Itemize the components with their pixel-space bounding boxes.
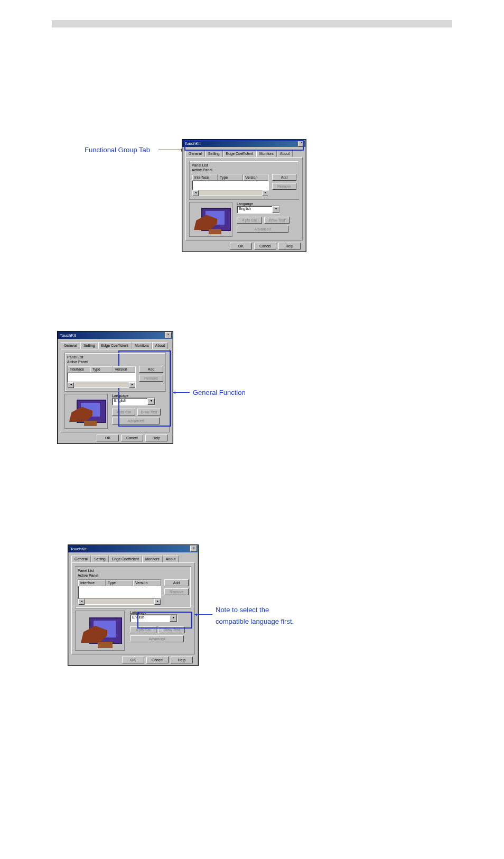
panel-list-label: Panel List [67, 355, 163, 359]
arrow-icon [194, 614, 212, 615]
language-dropdown[interactable]: English ▾ [112, 398, 155, 405]
language-value: English [130, 615, 170, 622]
scroll-right-icon[interactable]: ▸ [262, 190, 268, 196]
col-type[interactable]: Type [90, 366, 113, 373]
add-button[interactable]: Add [272, 174, 296, 181]
add-button[interactable]: Add [139, 366, 163, 373]
tab-about[interactable]: About [277, 150, 293, 157]
add-button[interactable]: Add [164, 579, 189, 586]
panel-list-label: Panel List [192, 163, 296, 167]
window-title: TouchKit [69, 547, 87, 551]
h-scrollbar[interactable]: ◂ ▸ [78, 598, 161, 604]
tab-edge[interactable]: Edge Coefficient [223, 150, 256, 157]
panel-illustration [75, 611, 125, 651]
arrow-icon [173, 392, 190, 393]
chevron-down-icon[interactable]: ▾ [170, 615, 177, 622]
callout-note-line1: Note to select the [216, 606, 269, 614]
remove-button[interactable]: Remove [139, 375, 163, 382]
panel-illustration [64, 394, 108, 429]
advanced-button[interactable]: Advanced [130, 635, 184, 642]
scroll-left-icon[interactable]: ◂ [192, 190, 199, 196]
cal-button[interactable]: 4 pts Cal [237, 217, 262, 224]
col-interface[interactable]: Interface [192, 174, 218, 181]
language-value: English [113, 398, 147, 405]
tab-about[interactable]: About [163, 556, 179, 562]
scroll-left-icon[interactable]: ◂ [68, 382, 74, 388]
tab-monitors[interactable]: Monitors [256, 150, 277, 157]
h-scrollbar[interactable]: ◂ ▸ [68, 382, 135, 387]
tab-bar: General Setting Edge Coefficient Monitor… [71, 556, 195, 562]
col-version[interactable]: Version [243, 174, 268, 181]
remove-button[interactable]: Remove [272, 183, 296, 190]
callout-functional-group-tab: Functional Group Tab [85, 146, 150, 154]
col-version[interactable]: Version [133, 580, 161, 586]
scroll-left-icon[interactable]: ◂ [78, 599, 85, 605]
cancel-button[interactable]: Cancel [121, 435, 143, 441]
tab-setting[interactable]: Setting [205, 150, 223, 157]
help-button[interactable]: Help [145, 435, 167, 441]
panel-list-label: Panel List [78, 569, 189, 572]
close-icon[interactable]: × [298, 140, 305, 146]
arrow-icon [158, 150, 184, 150]
remove-button[interactable]: Remove [164, 588, 189, 595]
tab-general[interactable]: General [71, 556, 91, 562]
advanced-button[interactable]: Advanced [237, 226, 288, 233]
h-scrollbar[interactable]: ◂ ▸ [192, 190, 268, 196]
page-header-bar [52, 20, 452, 27]
panel-illustration [189, 202, 232, 237]
window-title: TouchKit [183, 141, 201, 146]
tab-about[interactable]: About [152, 342, 168, 349]
touchkit-dialog-2: TouchKit × General Setting Edge Coeffici… [57, 331, 173, 444]
help-button[interactable]: Help [278, 243, 301, 250]
col-interface[interactable]: Interface [68, 366, 90, 373]
touchkit-dialog-1: TouchKit × General Setting Edge Coeffici… [182, 139, 306, 252]
close-icon[interactable]: × [165, 332, 172, 338]
tab-general[interactable]: General [185, 150, 205, 157]
language-label: Language [112, 394, 166, 398]
tab-monitors[interactable]: Monitors [132, 342, 152, 349]
cal-button[interactable]: 4 pts Cal [112, 409, 135, 415]
panel-listbox[interactable]: Interface Type Version ◂ ▸ [192, 174, 269, 196]
cal-button[interactable]: 4 pts Cal [130, 626, 156, 633]
language-label: Language [237, 202, 299, 206]
close-icon[interactable]: × [190, 546, 197, 552]
callout-general-function: General Function [193, 389, 246, 396]
cancel-button[interactable]: Cancel [146, 657, 169, 663]
col-type[interactable]: Type [106, 580, 133, 586]
language-dropdown[interactable]: English ▾ [130, 614, 178, 622]
chevron-down-icon[interactable]: ▾ [147, 398, 155, 405]
tab-general[interactable]: General [61, 342, 80, 349]
active-panel-label: Active Panel [67, 360, 163, 364]
tab-bar: General Setting Edge Coefficient Monitor… [185, 150, 303, 157]
scroll-right-icon[interactable]: ▸ [154, 599, 161, 605]
drawtest-button[interactable]: Draw Test [264, 217, 290, 224]
col-interface[interactable]: Interface [78, 580, 106, 586]
ok-button[interactable]: OK [97, 435, 119, 441]
language-dropdown[interactable]: English ▾ [237, 206, 280, 214]
help-button[interactable]: Help [171, 657, 193, 663]
advanced-button[interactable]: Advanced [112, 418, 160, 424]
tab-setting[interactable]: Setting [91, 556, 109, 562]
callout-note-line2: compatible language first. [216, 617, 294, 625]
col-version[interactable]: Version [113, 366, 135, 373]
tab-bar: General Setting Edge Coefficient Monitor… [61, 342, 170, 349]
col-type[interactable]: Type [218, 174, 243, 181]
tab-edge[interactable]: Edge Coefficient [98, 342, 132, 349]
drawtest-button[interactable]: Draw Test [158, 626, 185, 633]
panel-listbox[interactable]: Interface Type Version ◂ ▸ [78, 579, 161, 605]
ok-button[interactable]: OK [230, 243, 252, 250]
scroll-right-icon[interactable]: ▸ [129, 382, 135, 388]
ok-button[interactable]: OK [122, 657, 144, 663]
tab-monitors[interactable]: Monitors [142, 556, 163, 562]
panel-listbox[interactable]: Interface Type Version ◂ ▸ [67, 366, 136, 388]
language-label: Language [130, 611, 191, 614]
language-value: English [237, 206, 272, 213]
window-title: TouchKit [59, 333, 76, 338]
chevron-down-icon[interactable]: ▾ [272, 206, 279, 213]
tab-edge[interactable]: Edge Coefficient [109, 556, 142, 562]
cancel-button[interactable]: Cancel [254, 243, 276, 250]
tab-setting[interactable]: Setting [80, 342, 98, 349]
active-panel-label: Active Panel [78, 574, 189, 577]
drawtest-button[interactable]: Draw Test [137, 409, 161, 415]
active-panel-label: Active Panel [192, 168, 296, 172]
